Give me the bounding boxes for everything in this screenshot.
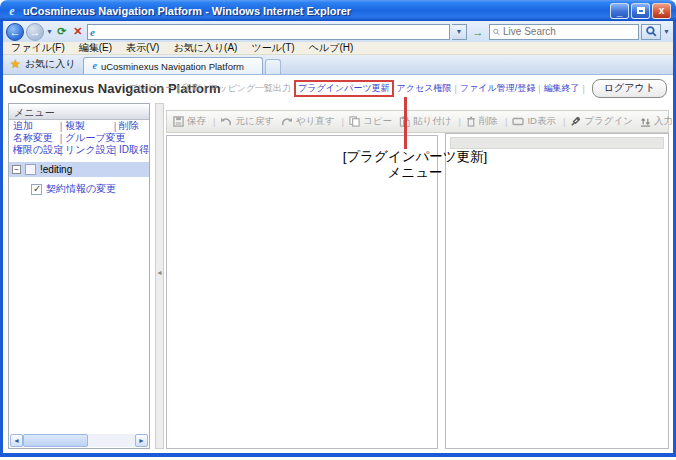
address-dropdown[interactable]: ▼ — [452, 24, 467, 40]
delete-button[interactable]: 削除 — [466, 115, 498, 128]
copy-icon — [349, 116, 360, 127]
undo-button[interactable]: 元に戻す — [220, 115, 273, 128]
collapse-panel-icon[interactable]: ◄ — [156, 269, 163, 276]
right-panel-header-strip — [450, 137, 664, 149]
save-label: 保存 — [187, 115, 206, 128]
plugin-button[interactable]: プラグイン — [570, 115, 633, 128]
plugin-icon — [570, 116, 581, 127]
ie-app-icon: e — [5, 4, 19, 18]
address-bar[interactable]: e — [87, 24, 450, 40]
titlebar: e uCosminexus Navigation Platform - Wind… — [0, 0, 676, 21]
scrollbar-thumb[interactable] — [23, 434, 88, 447]
id-display-button[interactable]: ID表示 — [512, 115, 556, 128]
favorites-button[interactable]: ★ お気に入り — [6, 57, 83, 74]
header-item-access-rights[interactable]: アクセス権限 — [397, 82, 452, 95]
active-tab[interactable]: e uCosminexus Navigation Platform — [83, 57, 263, 74]
close-icon: x — [659, 6, 665, 16]
tree-node-editing[interactable]: − !editing — [9, 162, 149, 177]
menu-edit[interactable]: 編集(E) — [79, 41, 112, 55]
delete-label: 削除 — [479, 115, 498, 128]
favorites-label: お気に入り — [25, 57, 76, 71]
sidebar-link-id-get[interactable]: ID取得 — [119, 143, 149, 157]
sidebar-menu-panel: メニュー 追加 | 複製 | 削除 名称変更 | グループ変更 権限の設定 — [8, 103, 150, 449]
menu-favorites[interactable]: お気に入り(A) — [173, 41, 237, 55]
header-item-print: 印刷 — [183, 82, 201, 95]
search-box[interactable] — [489, 24, 639, 40]
menu-file[interactable]: ファイル(F) — [11, 41, 65, 55]
contract-info-checkbox[interactable] — [31, 184, 42, 195]
editor-toolbar: 保存 | 元に戻す やり直す | コピー — [166, 110, 669, 133]
separator: | — [563, 116, 565, 127]
browser-window: e uCosminexus Navigation Platform - Wind… — [0, 0, 676, 457]
callout-annotation: [プラグインパーツ更新] メニュー — [325, 149, 505, 181]
separator: | — [538, 84, 540, 94]
separator: | — [505, 116, 507, 127]
separator: | — [111, 145, 119, 156]
save-button[interactable]: 保存 — [173, 115, 206, 128]
tab-title: uCosminexus Navigation Platform — [101, 61, 244, 72]
stop-button[interactable]: ✕ — [71, 25, 85, 38]
maximize-button[interactable] — [631, 3, 650, 19]
tab-bar: ★ お気に入り e uCosminexus Navigation Platfor… — [3, 55, 673, 75]
panel-splitter[interactable]: ◄ — [155, 103, 164, 449]
forward-button[interactable]: → — [26, 23, 44, 41]
redo-label: やり直す — [296, 115, 335, 128]
navigation-bar: ← → ▼ ⟳ ✕ e ▼ → ▼ — [3, 21, 673, 42]
redo-button[interactable]: やり直す — [281, 115, 335, 128]
menu-view[interactable]: 表示(V) — [126, 41, 159, 55]
forward-icon: → — [30, 26, 41, 38]
callout-line — [404, 97, 407, 149]
scroll-right-icon[interactable]: ► — [135, 434, 148, 447]
tree-node-contract-info[interactable]: 契約情報の変更 — [31, 182, 149, 196]
go-button[interactable]: → — [469, 24, 487, 40]
menu-tools[interactable]: ツール(T) — [251, 41, 294, 55]
editing-canvas[interactable] — [166, 135, 438, 449]
sidebar-link-permission-settings[interactable]: 権限の設定 — [13, 143, 57, 157]
input-output-icon — [640, 116, 651, 127]
search-go-button[interactable] — [641, 24, 661, 40]
sidebar-horizontal-scrollbar[interactable]: ◄ ► — [10, 434, 148, 447]
search-icon — [493, 27, 500, 37]
header-item-file-management[interactable]: ファイル管理/登録 — [460, 82, 535, 95]
logout-button[interactable]: ログアウト — [592, 79, 667, 98]
sidebar-link-row: 権限の設定 | リンク設定 | ID取得 — [9, 144, 149, 156]
new-tab-stub[interactable] — [265, 59, 281, 74]
scrollbar-track[interactable] — [23, 434, 135, 447]
address-input[interactable] — [98, 26, 447, 38]
search-options-dropdown[interactable]: ▼ — [663, 28, 670, 35]
refresh-button[interactable]: ⟳ — [55, 25, 69, 38]
copy-label: コピー — [363, 115, 392, 128]
annotation-line1: [プラグインパーツ更新] — [325, 149, 505, 165]
header-item-end-editing[interactable]: 編集終了 — [543, 82, 579, 95]
header-item-preview: プレビュー — [129, 82, 175, 95]
page-favicon-icon: e — [90, 26, 95, 38]
header-menu: プレビュー | 印刷 | マッピング一覧出力 プラグインパーツ更新 アクセス権限… — [129, 79, 667, 98]
annotation-line2: メニュー — [325, 165, 505, 181]
redo-icon — [281, 117, 293, 127]
id-display-icon — [512, 117, 524, 126]
input-output-button[interactable]: 入力/出力 — [640, 115, 673, 128]
sidebar-header: メニュー — [9, 104, 149, 120]
go-icon: → — [473, 26, 484, 38]
sidebar-link-link-settings[interactable]: リンク設定 — [65, 143, 111, 157]
separator: | — [204, 84, 206, 94]
editing-checkbox[interactable] — [25, 164, 36, 175]
copy-button[interactable]: コピー — [349, 115, 392, 128]
search-input[interactable] — [503, 26, 635, 38]
menu-help[interactable]: ヘルプ(H) — [309, 41, 354, 55]
window-frame: ← → ▼ ⟳ ✕ e ▼ → ▼ — [0, 21, 676, 457]
back-button[interactable]: ← — [6, 23, 24, 41]
collapse-icon[interactable]: − — [12, 165, 21, 174]
trash-icon — [466, 116, 476, 127]
minimize-button[interactable]: _ — [610, 3, 629, 19]
undo-icon — [220, 117, 232, 127]
separator: | — [582, 84, 584, 94]
header-item-plugin-parts-update[interactable]: プラグインパーツ更新 — [294, 80, 393, 97]
history-dropdown[interactable]: ▼ — [46, 28, 53, 35]
scroll-left-icon[interactable]: ◄ — [10, 434, 23, 447]
separator: | — [111, 121, 119, 132]
undo-label: 元に戻す — [235, 115, 273, 128]
separator: | — [57, 121, 65, 132]
menu-tree: − !editing 契約情報の変更 — [9, 162, 149, 196]
close-button[interactable]: x — [652, 3, 671, 19]
